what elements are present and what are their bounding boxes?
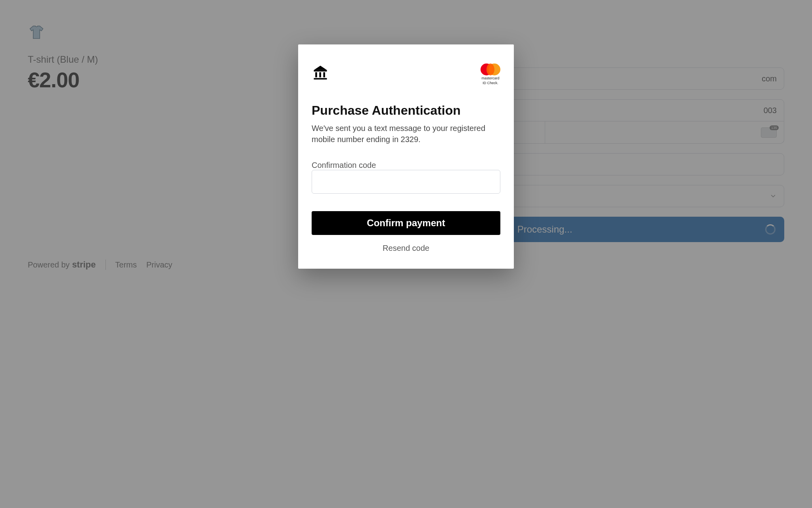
code-label: Confirmation code [312, 161, 376, 169]
svg-rect-4 [314, 78, 327, 80]
auth-modal: mastercard ID Check. Purchase Authentica… [298, 44, 514, 269]
modal-title: Purchase Authentication [312, 103, 500, 118]
confirmation-code-input[interactable] [312, 170, 500, 194]
svg-rect-2 [319, 72, 321, 77]
modal-body-text: We've sent you a text message to your re… [312, 123, 500, 145]
modal-header: mastercard ID Check. [312, 64, 500, 85]
mastercard-icon [481, 64, 500, 75]
mastercard-id-check-logo: mastercard ID Check. [481, 64, 500, 85]
resend-code-button[interactable]: Resend code [312, 244, 500, 253]
confirm-payment-button[interactable]: Confirm payment [312, 211, 500, 235]
svg-rect-1 [315, 72, 317, 77]
bank-icon [312, 64, 329, 81]
mastercard-label-2: ID Check. [483, 81, 498, 85]
svg-rect-0 [314, 70, 327, 72]
svg-rect-3 [323, 72, 325, 77]
mastercard-label-1: mastercard [481, 77, 499, 80]
